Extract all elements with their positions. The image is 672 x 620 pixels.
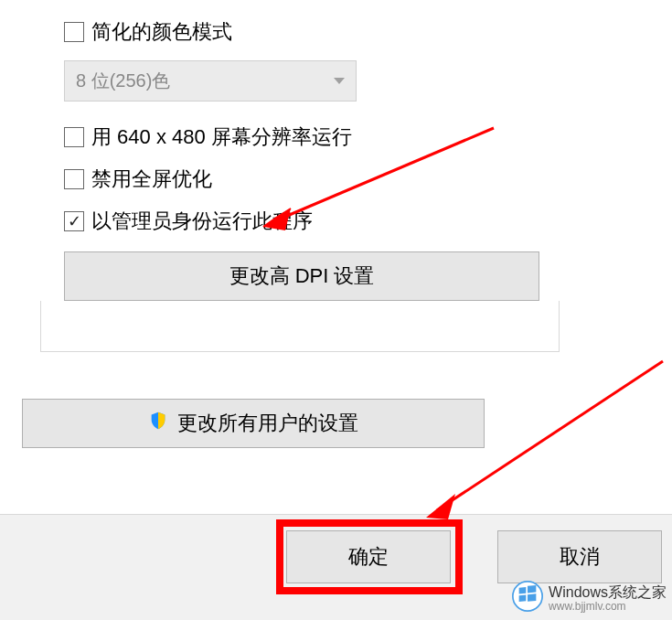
low-resolution-row: 用 640 x 480 屏幕分辨率运行 — [64, 123, 672, 151]
color-depth-dropdown: 8 位(256)色 — [64, 60, 357, 102]
dpi-button-label: 更改高 DPI 设置 — [229, 262, 375, 290]
watermark-title: Windows系统之家 — [549, 584, 667, 601]
disable-fullscreen-label: 禁用全屏优化 — [91, 166, 212, 193]
all-users-button-label: 更改所有用户的设置 — [177, 410, 358, 437]
shield-icon — [148, 411, 168, 436]
svg-rect-10 — [528, 593, 536, 602]
change-dpi-settings-button[interactable]: 更改高 DPI 设置 — [64, 251, 539, 301]
change-all-users-settings-button[interactable]: 更改所有用户的设置 — [22, 399, 485, 448]
svg-rect-7 — [519, 587, 527, 594]
disable-fullscreen-checkbox[interactable] — [64, 169, 84, 189]
svg-rect-8 — [528, 585, 536, 593]
run-as-admin-label: 以管理员身份运行此程序 — [91, 208, 313, 235]
low-resolution-checkbox[interactable] — [64, 127, 84, 147]
run-as-admin-row: 以管理员身份运行此程序 — [64, 208, 672, 235]
watermark-url: www.bjjmlv.com — [549, 601, 667, 613]
svg-rect-9 — [519, 594, 527, 602]
windows-logo-icon — [512, 581, 543, 616]
reduced-color-mode-row: 简化的颜色模式 — [64, 18, 672, 46]
ok-button-label: 确定 — [348, 543, 389, 571]
chevron-down-icon — [334, 78, 345, 84]
ok-button[interactable]: 确定 — [286, 530, 451, 583]
color-depth-selected: 8 位(256)色 — [76, 69, 170, 93]
cancel-button[interactable]: 取消 — [497, 530, 662, 583]
cancel-button-label: 取消 — [560, 543, 600, 571]
watermark: Windows系统之家 www.bjjmlv.com — [512, 581, 667, 616]
run-as-admin-checkbox[interactable] — [64, 211, 84, 231]
low-resolution-label: 用 640 x 480 屏幕分辨率运行 — [91, 123, 352, 151]
disable-fullscreen-row: 禁用全屏优化 — [64, 166, 672, 193]
reduced-color-mode-label: 简化的颜色模式 — [91, 18, 232, 46]
reduced-color-mode-checkbox[interactable] — [64, 22, 84, 42]
